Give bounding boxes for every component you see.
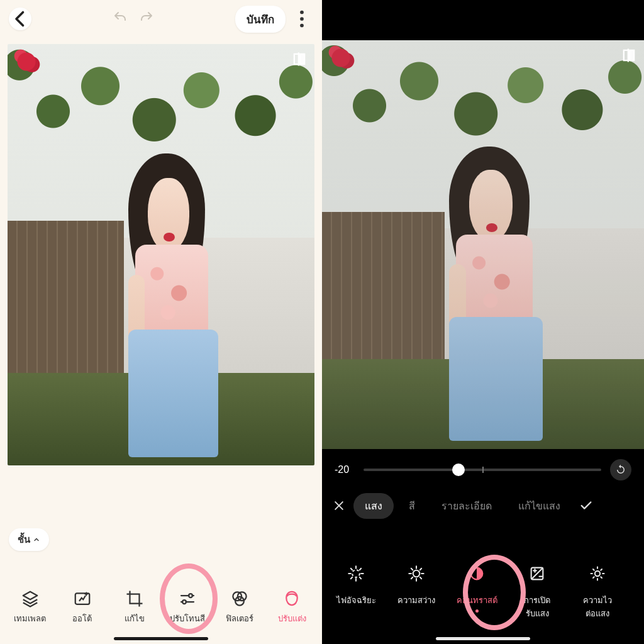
tool-beauty[interactable]: ปรับแต่ง — [268, 589, 316, 625]
tab-color[interactable]: สี — [397, 493, 426, 519]
svg-point-12 — [413, 570, 420, 577]
tab-detail[interactable]: รายละเอียด — [430, 493, 503, 519]
svg-point-6 — [182, 600, 186, 604]
tab-fixlight[interactable]: แก้ไขแสง — [507, 493, 572, 519]
tool-contrast[interactable]: คอนทราสต์ — [448, 558, 506, 613]
tab-light[interactable]: แสง — [353, 493, 394, 519]
tool-label: ปรับแต่ง — [278, 612, 306, 625]
slider-track[interactable] — [364, 469, 601, 471]
tool-edit[interactable]: แก้ไข — [111, 589, 158, 625]
layers-label: ชั้น — [18, 532, 30, 547]
editor-screen-main: บันทึก ชั้น เทมเพลต ออโต้ แก้ไข — [0, 0, 322, 644]
tool-template[interactable]: เทมเพลต — [6, 589, 54, 625]
tool-label: คอนทราสต์ — [457, 594, 497, 607]
tool-exposure[interactable]: การเปิด รับแสง — [508, 558, 566, 620]
check-icon — [579, 499, 593, 513]
face-icon — [282, 589, 301, 608]
bottom-toolbar: เทมเพลต ออโต้ แก้ไข ปรับโทนสี ฟิลเตอร์ ป… — [0, 560, 322, 635]
svg-point-5 — [189, 594, 192, 597]
layers-icon — [21, 589, 40, 608]
tool-label: แก้ไข — [125, 612, 145, 625]
home-indicator[interactable] — [114, 637, 208, 640]
tool-filter[interactable]: ฟิลเตอร์ — [216, 589, 264, 625]
tool-label: การเปิด รับแสง — [524, 594, 550, 620]
tool-label: ออโต้ — [72, 612, 92, 625]
tool-smart-light[interactable]: ไฟอัจฉริยะ — [327, 558, 385, 607]
undo-icon[interactable] — [113, 10, 128, 28]
compare-icon[interactable] — [620, 47, 638, 64]
svg-rect-10 — [630, 50, 634, 60]
confirm-button[interactable] — [575, 499, 597, 513]
sliders-icon — [178, 589, 197, 608]
filter-icon — [230, 589, 249, 608]
home-indicator[interactable] — [436, 637, 530, 640]
slider-thumb[interactable] — [452, 464, 465, 476]
tool-label: ไฟอัจฉริยะ — [336, 594, 376, 607]
tool-auto[interactable]: ออโต้ — [58, 589, 106, 625]
active-dot — [475, 609, 479, 613]
more-button[interactable] — [291, 8, 313, 30]
more-vertical-icon — [291, 8, 313, 30]
tool-tone[interactable]: ปรับโทนสี — [164, 589, 211, 625]
compare-icon[interactable] — [291, 50, 308, 68]
brightness-icon — [408, 565, 425, 582]
close-icon — [333, 499, 345, 512]
back-button[interactable] — [9, 8, 31, 30]
save-button[interactable]: บันทึก — [235, 6, 286, 33]
adjust-slider: -20 — [335, 460, 631, 479]
layers-button[interactable]: ชั้น — [9, 528, 49, 551]
svg-point-11 — [352, 570, 360, 577]
tool-label: ปรับโทนสี — [170, 612, 205, 625]
svg-point-2 — [300, 24, 304, 28]
exposure-icon — [528, 565, 546, 582]
editor-screen-adjust: -20 แสง สี รายละเอียด แก้ไขแสง ไฟอัจฉริย… — [322, 0, 644, 644]
svg-point-0 — [300, 11, 304, 14]
tool-highlight[interactable]: ไฮไ — [629, 558, 644, 607]
photo-content — [322, 40, 644, 449]
adjust-toolbar[interactable]: ไฟอัจฉริยะ ความสว่าง คอนทราสต์ การเปิด ร… — [322, 553, 644, 635]
auto-icon — [73, 589, 92, 608]
svg-point-1 — [300, 17, 304, 21]
undo-redo-group — [36, 10, 230, 28]
tool-brightness[interactable]: ความสว่าง — [387, 558, 445, 607]
slider-value: -20 — [335, 464, 364, 475]
tool-label: ความสว่าง — [397, 594, 435, 607]
chevron-left-icon — [9, 8, 31, 30]
adjust-tabs: แสง สี รายละเอียด แก้ไขแสง — [328, 491, 638, 521]
redo-icon[interactable] — [139, 10, 154, 28]
tool-ambient[interactable]: ความไว ต่อแสง — [569, 558, 626, 620]
contrast-icon — [468, 565, 486, 582]
chevron-up-icon — [33, 536, 40, 543]
canvas-preview[interactable] — [8, 44, 314, 465]
tool-label: ความไว ต่อแสง — [583, 594, 612, 620]
canvas-preview[interactable] — [322, 40, 644, 449]
tool-label: ฟิลเตอร์ — [226, 612, 253, 625]
svg-point-15 — [595, 571, 600, 576]
tool-label: เทมเพลต — [14, 612, 46, 625]
smart-light-icon — [347, 565, 365, 582]
top-bar: บันทึก — [0, 0, 322, 38]
reset-button[interactable] — [610, 459, 631, 480]
cancel-button[interactable] — [328, 499, 350, 512]
photo-content — [8, 44, 314, 465]
ambient-icon — [589, 565, 606, 582]
slider-center-tick — [482, 467, 484, 473]
reset-icon — [615, 464, 626, 475]
svg-rect-3 — [300, 54, 304, 64]
crop-icon — [125, 589, 144, 608]
